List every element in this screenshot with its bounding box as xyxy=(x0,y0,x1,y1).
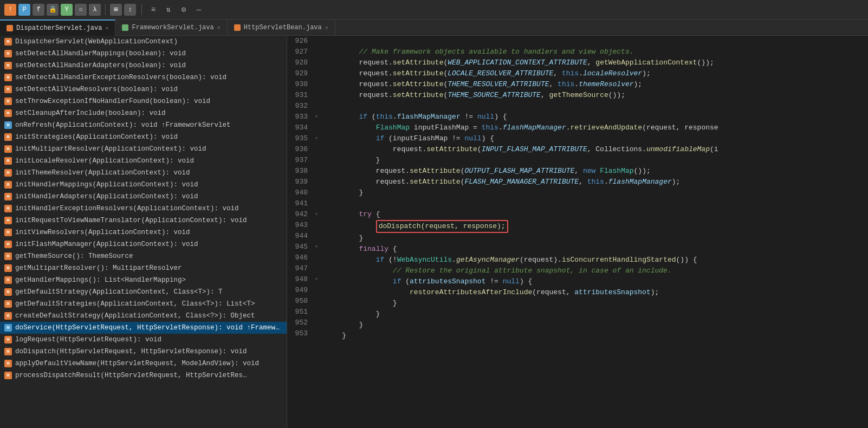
sidebar-item-21[interactable]: mgetDefaultStrategy(ApplicationContext, … xyxy=(0,286,287,298)
token-948-5: null xyxy=(503,276,520,287)
icon-p[interactable]: P xyxy=(18,4,30,16)
sidebar-label-11: initThemeResolver(ApplicationContext): v… xyxy=(15,169,190,177)
token-928-2: ( xyxy=(443,57,448,68)
token-938-5: new xyxy=(583,166,595,177)
code-line-929: request.setAttribute(LOCALE_RESOLVER_ATT… xyxy=(325,68,868,79)
sidebar-icon-19: m xyxy=(4,264,12,272)
sidebar-item-24[interactable]: mdoService(HttpServletRequest, HttpServl… xyxy=(0,322,287,334)
line-num-939: 939 xyxy=(287,177,308,187)
token-936-1: setAttribute xyxy=(426,144,477,155)
gutter-930 xyxy=(312,79,321,90)
token-946-3: WebAsyncUtils xyxy=(397,255,452,265)
sidebar-label-6: setCleanupAfterInclude(boolean): void xyxy=(15,109,166,117)
sidebar-item-19[interactable]: mgetMultipartResolver(): MultipartResolv… xyxy=(0,262,287,274)
icon-arrows[interactable]: ↕ xyxy=(124,4,136,16)
token-948-6: ) { xyxy=(520,276,532,287)
sidebar-item-28[interactable]: mprocessDispatchResult(HttpServletReques… xyxy=(0,369,287,381)
sidebar-item-9[interactable]: minitMultipartResolver(ApplicationContex… xyxy=(0,143,287,155)
code-line-927: // Make framework objects available to h… xyxy=(325,47,868,57)
gutter-933: ▾ xyxy=(312,112,321,122)
sort-button[interactable]: ⇅ xyxy=(163,4,174,16)
sidebar-item-3[interactable]: msetDetectAllHandlerExceptionResolvers(b… xyxy=(0,72,287,83)
tab-dispatcher-servlet[interactable]: DispatcherServlet.java ✕ xyxy=(0,20,115,36)
token-939-3: FLASH_MAP_MANAGER_ATTRIBUTE xyxy=(464,177,579,187)
sidebar-item-10[interactable]: minitLocaleResolver(ApplicationContext):… xyxy=(0,155,287,167)
sidebar-item-1[interactable]: msetDetectAllHandlerMappings(boolean): v… xyxy=(0,48,287,60)
sidebar[interactable]: mDispatcherServlet(WebApplicationContext… xyxy=(0,36,287,428)
token-929-6: . xyxy=(579,68,583,79)
sidebar-item-13[interactable]: minitHandlerAdapters(ApplicationContext)… xyxy=(0,191,287,203)
sidebar-item-12[interactable]: minitHandlerMappings(ApplicationContext)… xyxy=(0,179,287,191)
toolbar-sep2 xyxy=(141,4,142,15)
toolbar-icons: ! P f 🔒 Y ○ λ ⊞ ↕ xyxy=(4,4,136,16)
sidebar-item-26[interactable]: mdoDispatch(HttpServletRequest, HttpServ… xyxy=(0,346,287,358)
sidebar-icon-6: m xyxy=(4,109,12,117)
line-num-951: 951 xyxy=(287,307,308,317)
sidebar-item-22[interactable]: mgetDefaultStrategies(ApplicationContext… xyxy=(0,298,287,310)
minimize-button[interactable]: — xyxy=(193,4,205,16)
structure-button[interactable]: ≡ xyxy=(147,4,159,16)
token-939-8: ); xyxy=(672,177,681,187)
sidebar-item-7[interactable]: monRefresh(ApplicationContext): void ↑Fr… xyxy=(0,119,287,131)
sidebar-item-2[interactable]: msetDetectAllHandlerAdapters(boolean): v… xyxy=(0,60,287,72)
token-929-4: , xyxy=(553,68,562,79)
token-947-0: // Restore the original attribute snapsh… xyxy=(325,265,672,276)
sidebar-item-11[interactable]: minitThemeResolver(ApplicationContext): … xyxy=(0,167,287,179)
icon-lambda[interactable]: λ xyxy=(89,4,101,16)
sidebar-icon-18: m xyxy=(4,252,12,260)
token-934-2: inputFlashMap = xyxy=(410,122,482,133)
sidebar-item-23[interactable]: mcreateDefaultStrategy(ApplicationContex… xyxy=(0,310,287,322)
sidebar-label-27: applyDefaultViewName(HttpServletRequest,… xyxy=(15,360,259,367)
sidebar-label-16: initViewResolvers(ApplicationContext): v… xyxy=(15,229,190,236)
token-929-8: ); xyxy=(642,68,651,79)
token-946-6: (request). xyxy=(520,255,562,265)
icon-y[interactable]: Y xyxy=(61,4,73,16)
sidebar-item-25[interactable]: mlogRequest(HttpServletRequest): void xyxy=(0,334,287,346)
line-num-931: 931 xyxy=(287,90,308,101)
icon-circle[interactable]: ○ xyxy=(75,4,87,16)
sidebar-item-4[interactable]: msetDetectAllViewResolvers(boolean): voi… xyxy=(0,83,287,95)
sidebar-item-14[interactable]: minitHandlerExceptionResolvers(Applicati… xyxy=(0,203,287,215)
sidebar-icon-5: m xyxy=(4,98,12,105)
token-939-4: , xyxy=(579,177,587,187)
sidebar-label-17: initFlashMapManager(ApplicationContext):… xyxy=(15,241,198,248)
sidebar-item-18[interactable]: mgetThemeSource(): ThemeSource xyxy=(0,250,287,262)
sidebar-item-20[interactable]: mgetHandlerMappings(): List<HandlerMappi… xyxy=(0,274,287,286)
sidebar-label-0: DispatcherServlet(WebApplicationContext) xyxy=(15,38,178,46)
icon-excl[interactable]: ! xyxy=(4,4,16,16)
tab-close-http[interactable]: ✕ xyxy=(325,24,328,31)
token-946-8: ()) { xyxy=(676,255,697,265)
settings-button[interactable]: ⚙ xyxy=(178,4,190,16)
code-line-926 xyxy=(325,36,868,47)
code-line-951: } xyxy=(325,309,868,320)
sidebar-item-17[interactable]: minitFlashMapManager(ApplicationContext)… xyxy=(0,238,287,250)
token-936-3: INPUT_FLASH_MAP_ATTRIBUTE xyxy=(482,144,587,155)
sidebar-item-16[interactable]: minitViewResolvers(ApplicationContext): … xyxy=(0,226,287,238)
code-line-948: if (attributesSnapshot != null) { xyxy=(325,276,868,287)
sidebar-item-15[interactable]: minitRequestToViewNameTranslator(Applica… xyxy=(0,215,287,226)
token-935-4: ) { xyxy=(482,133,494,144)
sidebar-item-0[interactable]: mDispatcherServlet(WebApplicationContext… xyxy=(0,36,287,48)
icon-grid[interactable]: ⊞ xyxy=(110,4,122,16)
sidebar-item-6[interactable]: msetCleanupAfterInclude(boolean): void xyxy=(0,107,287,119)
gutter-950 xyxy=(312,296,321,307)
gutter-927 xyxy=(312,47,321,57)
token-935-1: if xyxy=(376,133,385,144)
sidebar-item-27[interactable]: mapplyDefaultViewName(HttpServletRequest… xyxy=(0,358,287,369)
sidebar-icon-8: m xyxy=(4,133,12,141)
token-935-0 xyxy=(325,133,376,144)
sidebar-icon-16: m xyxy=(4,229,12,236)
sidebar-label-15: initRequestToViewNameTranslator(Applicat… xyxy=(15,217,247,224)
sidebar-item-5[interactable]: msetThrowExceptionIfNoHandlerFound(boole… xyxy=(0,95,287,107)
icon-lock[interactable]: 🔒 xyxy=(47,4,59,16)
token-953-0: } xyxy=(325,330,346,341)
sidebar-item-8[interactable]: minitStrategies(ApplicationContext): voi… xyxy=(0,131,287,143)
tab-httpservletbean[interactable]: HttpServletBean.java ✕ xyxy=(228,20,335,36)
icon-f[interactable]: f xyxy=(33,4,44,16)
line-num-926: 926 xyxy=(287,36,308,47)
tab-framework-servlet[interactable]: FrameworkServlet.java ✕ xyxy=(115,20,227,36)
tab-close-dispatcher[interactable]: ✕ xyxy=(105,25,108,31)
token-938-6 xyxy=(595,166,600,177)
tab-close-framework[interactable]: ✕ xyxy=(217,24,221,31)
code-content[interactable]: // Make framework objects available to h… xyxy=(321,36,868,428)
